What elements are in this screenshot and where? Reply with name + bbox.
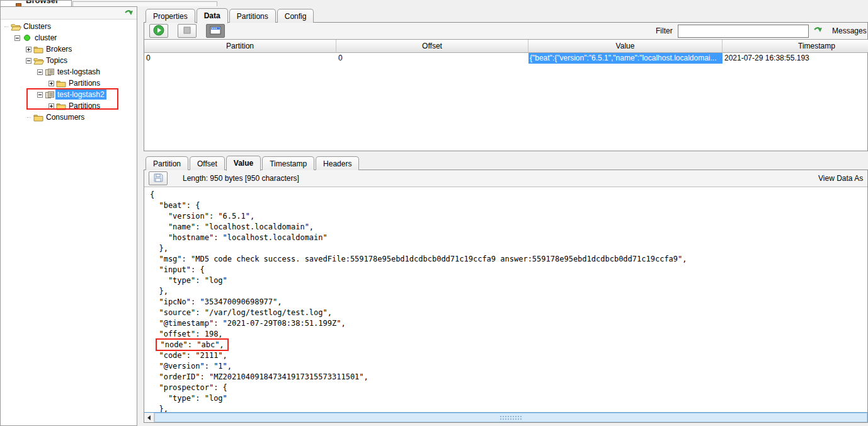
tab-value[interactable]: Value — [226, 156, 261, 171]
tab-data[interactable]: Data — [197, 8, 228, 23]
green-arrow-icon[interactable] — [124, 9, 134, 20]
topic-icon — [44, 68, 55, 76]
horizontal-scrollbar[interactable] — [144, 412, 867, 422]
tree-indent — [1, 49, 25, 50]
column-header-partition[interactable]: Partition — [144, 40, 336, 53]
tree-item-topics[interactable]: Topics — [1, 55, 137, 66]
expand-icon[interactable] — [47, 103, 55, 109]
messages-panel: Filter Messages PartitionOffsetValueTime… — [144, 22, 868, 151]
column-header-timestamp[interactable]: Timestamp — [722, 40, 868, 53]
tab-partitions[interactable]: Partitions — [229, 9, 276, 23]
tree-indent — [1, 83, 47, 84]
json-line: "orderID": "MZ20210409184734191731557331… — [150, 372, 867, 383]
json-line: "msg": "MD5 code check success. savedFil… — [150, 254, 867, 265]
tree-item-brokers[interactable]: Brokers — [1, 43, 137, 55]
secondary-panel-tab[interactable] — [72, 1, 217, 6]
play-button[interactable] — [149, 24, 168, 38]
tree-item-label: test-logstash — [55, 67, 102, 77]
tab-partition[interactable]: Partition — [146, 156, 188, 170]
browser-panel-tab[interactable]: Browser — [0, 0, 72, 6]
value-content[interactable]: { "beat": { "version": "6.5.1", "name": … — [145, 188, 867, 412]
tree-connector — [25, 117, 33, 118]
folder-open-icon — [33, 57, 44, 65]
scrollbar-thumb[interactable] — [154, 413, 867, 422]
tree-item-label: test-logstash2 — [55, 89, 106, 100]
scroll-left-button[interactable] — [144, 413, 154, 422]
tree-item-label: Partitions — [67, 101, 102, 111]
json-line: "code": "2111", — [150, 350, 867, 361]
main-tab-bar: PropertiesDataPartitionsConfig — [144, 6, 868, 23]
tree-indent — [1, 38, 13, 38]
tree-item-partitions[interactable]: Partitions — [1, 100, 137, 112]
browser-tab-label: Browser — [26, 0, 59, 5]
json-line: "@timestamp": "2021-07-29T08:38:51.199Z"… — [150, 318, 867, 329]
json-line: }, — [150, 404, 867, 412]
tab-offset[interactable]: Offset — [190, 156, 225, 170]
cluster-status-icon — [21, 34, 33, 42]
stop-button[interactable] — [178, 24, 197, 38]
cell-offset[interactable]: 0 — [336, 53, 528, 64]
tree-item-partitions[interactable]: Partitions — [1, 78, 137, 89]
tree-item-test-logstash2[interactable]: test-logstash2 — [1, 89, 137, 100]
detail-toolbar: Length: 950 bytes [950 characters] View … — [144, 170, 867, 187]
tab-config[interactable]: Config — [277, 9, 314, 23]
json-line: "beat": { — [150, 200, 867, 211]
view-data-as-label[interactable]: View Data As — [818, 174, 863, 183]
tab-timestamp[interactable]: Timestamp — [262, 156, 314, 170]
message-row[interactable]: 00{"beat":{"version":"6.5.1","name":"loc… — [144, 53, 867, 64]
browser-sidebar: ClustersclusterBrokersTopicstest-logstas… — [0, 6, 137, 426]
top-tab-strip: Browser — [0, 0, 868, 6]
cell-timestamp[interactable]: 2021-07-29 16:38:55.193 — [722, 53, 868, 64]
json-line: "ipcNo": "353470090698977", — [150, 297, 867, 308]
cell-value[interactable]: {"beat":{"version":"6.5.1","name":"local… — [528, 53, 722, 64]
tree-indent — [1, 106, 47, 106]
detail-tab-bar: PartitionOffsetValueTimestampHeaders — [144, 155, 868, 170]
stop-icon — [181, 25, 193, 38]
column-header-offset[interactable]: Offset — [336, 40, 528, 53]
expand-icon[interactable] — [47, 81, 55, 86]
kafka-tool-window: Browser ClustersclusterBrokersTopicstest… — [0, 0, 868, 426]
tree-item-label: Clusters — [21, 21, 53, 32]
left-triangle-icon — [147, 415, 151, 420]
collapse-icon[interactable] — [25, 58, 33, 64]
folder-open-icon — [10, 23, 21, 31]
json-line: { — [150, 190, 867, 200]
cluster-tree: ClustersclusterBrokersTopicstest-logstas… — [1, 20, 137, 123]
green-arrow-icon[interactable] — [813, 26, 823, 37]
tab-properties[interactable]: Properties — [146, 9, 195, 23]
tree-item-test-logstash[interactable]: test-logstash — [1, 66, 137, 78]
collapse-icon[interactable] — [13, 35, 21, 41]
tree-item-clusters[interactable]: Clusters — [1, 21, 137, 32]
collapse-icon[interactable] — [36, 92, 44, 98]
save-icon — [153, 173, 163, 184]
filter-input[interactable] — [678, 25, 809, 38]
json-line: "offset": 198, — [150, 329, 867, 340]
tree-item-cluster[interactable]: cluster — [1, 32, 137, 43]
json-line: "name": "localhost.localdomain", — [150, 222, 867, 233]
tree-item-consumers[interactable]: Consumers — [1, 112, 137, 123]
tree-indent — [1, 72, 36, 72]
collapse-icon[interactable] — [36, 69, 44, 75]
json-line: "type": "log" — [150, 275, 867, 286]
json-line: }, — [150, 243, 867, 254]
play-icon — [153, 25, 164, 38]
json-line: "source": "/var/log/testlog/test.log", — [150, 308, 867, 318]
json-line: "node": "abc", — [150, 340, 867, 350]
topic-icon — [44, 91, 55, 99]
length-label: Length: 950 bytes [950 characters] — [183, 174, 299, 183]
json-line: "prospector": { — [150, 383, 867, 393]
cell-partition[interactable]: 0 — [144, 53, 336, 64]
main-panel: PropertiesDataPartitionsConfig Filter Me… — [144, 6, 868, 426]
folder-closed-icon — [55, 79, 67, 88]
tab-headers[interactable]: Headers — [316, 156, 359, 170]
json-line: "type": "log" — [150, 393, 867, 404]
sidebar-header — [1, 7, 137, 20]
column-header-value[interactable]: Value — [528, 40, 722, 53]
tree-indent — [1, 60, 25, 61]
message-details-toggle-button[interactable] — [206, 24, 225, 38]
filter-label: Filter — [656, 26, 673, 35]
json-line: "hostname": "localhost.localdomain" — [150, 233, 867, 243]
save-button[interactable] — [149, 171, 168, 185]
expand-icon[interactable] — [25, 47, 33, 52]
json-line: }, — [150, 286, 867, 297]
